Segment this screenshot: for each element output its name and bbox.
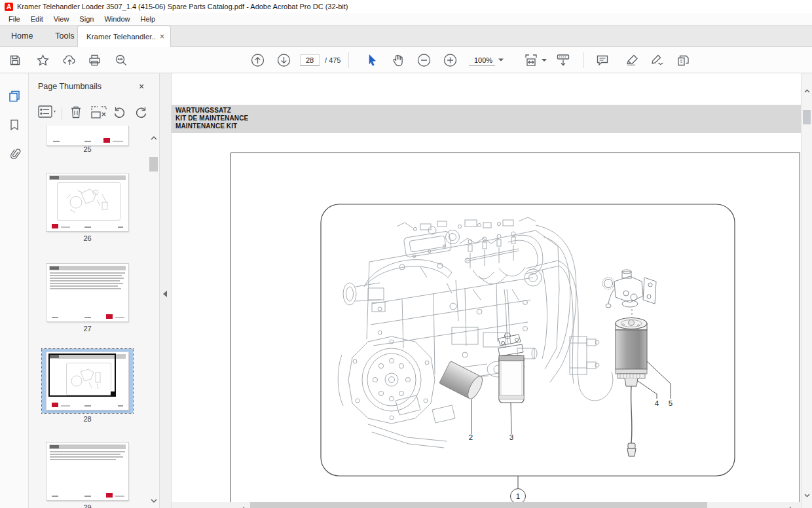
thumbnail-number: 28 <box>46 415 128 423</box>
panel-scrollbar-thumb[interactable] <box>149 157 158 172</box>
zoom-in-button[interactable] <box>443 53 457 67</box>
next-page-button[interactable] <box>277 53 291 67</box>
thumbnail-page-26[interactable] <box>46 173 128 231</box>
thumbnail-page-27[interactable] <box>46 264 128 321</box>
highlight-button[interactable] <box>625 54 640 67</box>
previous-page-button[interactable] <box>251 53 265 67</box>
print-button[interactable] <box>88 54 101 66</box>
horizontal-scrollbar[interactable] <box>172 502 801 508</box>
delete-pages-button[interactable] <box>69 105 83 122</box>
menu-view[interactable]: View <box>48 15 75 23</box>
panel-scroll-down-arrow[interactable] <box>151 494 157 505</box>
title-bar: A Kramer Telehandler Loader 3507_1.4 (41… <box>0 0 812 13</box>
page-number-input[interactable]: 28 <box>300 54 320 66</box>
part-label-3: 3 <box>509 433 513 441</box>
menu-window[interactable]: Window <box>99 15 135 23</box>
menu-bar: File Edit View Sign Window Help <box>0 13 812 25</box>
sign-button[interactable] <box>650 54 665 67</box>
panel-close-icon[interactable]: × <box>139 81 144 92</box>
tab-document-label: Kramer Telehandler... <box>86 33 157 41</box>
thumbnails-panel: Page Thumbnails × 25 <box>29 73 160 508</box>
scroll-up-arrow[interactable] <box>804 84 810 96</box>
panel-scroll-up-arrow[interactable] <box>151 131 157 143</box>
menu-edit[interactable]: Edit <box>26 15 48 23</box>
page-thumbnails-rail-icon[interactable] <box>9 90 20 105</box>
figure-number: 1 <box>516 492 520 500</box>
tab-bar: Home Tools Kramer Telehandler... × <box>0 25 812 47</box>
panel-collapse-strip[interactable] <box>160 73 172 508</box>
star-button[interactable] <box>37 54 49 66</box>
panel-title: Page Thumbnails <box>38 82 101 91</box>
select-tool-button[interactable] <box>367 54 378 66</box>
menu-help[interactable]: Help <box>136 15 161 23</box>
tab-home[interactable]: Home <box>0 26 44 46</box>
insert-pages-button[interactable] <box>90 105 107 122</box>
bookmarks-rail-icon[interactable] <box>9 119 20 134</box>
tab-document[interactable]: Kramer Telehandler... × <box>77 26 171 47</box>
scroll-right-arrow[interactable] <box>789 503 793 508</box>
menu-sign[interactable]: Sign <box>74 15 99 23</box>
rotate-clockwise-button[interactable] <box>134 105 148 122</box>
vertical-scrollbar[interactable] <box>801 73 812 508</box>
hand-tool-button[interactable] <box>392 54 405 67</box>
thumbnail-number: 25 <box>46 145 128 153</box>
page-count: / 475 <box>325 56 341 64</box>
scroll-left-arrow[interactable] <box>241 503 245 508</box>
part-label-2: 2 <box>469 433 473 441</box>
pdf-page: WARTUNGSSATZ KIT DE MAINTENANCE MAINTENA… <box>172 73 801 508</box>
navigation-rail <box>0 73 29 508</box>
save-button[interactable] <box>9 54 21 66</box>
thumbnail-list: 25 26 <box>29 126 145 508</box>
rotate-counterclockwise-button[interactable] <box>113 105 127 122</box>
document-pane: WARTUNGSSATZ KIT DE MAINTENANCE MAINTENA… <box>172 73 812 508</box>
page-scrolling-button[interactable] <box>556 53 570 67</box>
vertical-scrollbar-thumb[interactable] <box>803 110 811 124</box>
tab-close-icon[interactable]: × <box>160 32 164 41</box>
thumbnail-page-28[interactable] <box>46 352 128 410</box>
thumbnail-page-29[interactable] <box>46 443 128 500</box>
zoom-level-dropdown[interactable]: 100% <box>469 54 504 65</box>
part-label-5: 5 <box>669 399 673 407</box>
parts-diagram: 1 <box>172 73 801 508</box>
thumbnail-number: 29 <box>46 503 128 508</box>
attachments-rail-icon[interactable] <box>9 147 21 162</box>
fit-width-button[interactable] <box>524 53 547 67</box>
main-toolbar: 28 / 475 100% <box>0 47 812 73</box>
part-label-4: 4 <box>655 399 659 407</box>
comment-button[interactable] <box>596 54 609 66</box>
scroll-down-arrow[interactable] <box>804 488 810 500</box>
cloud-upload-button[interactable] <box>63 54 77 66</box>
horizontal-scrollbar-thumb[interactable] <box>250 502 707 508</box>
edit-pdf-button[interactable] <box>676 54 690 67</box>
zoom-out-button[interactable] <box>417 53 431 67</box>
collapse-panel-icon[interactable] <box>163 291 167 297</box>
menu-file[interactable]: File <box>3 15 26 23</box>
marquee-zoom-button[interactable] <box>115 54 128 67</box>
window-title: Kramer Telehandler Loader 3507_1.4 (415-… <box>17 3 348 10</box>
thumbnail-number: 27 <box>46 325 128 333</box>
thumbnail-options-button[interactable] <box>38 105 56 122</box>
thumbnail-number: 26 <box>46 234 128 242</box>
thumbnail-page-25[interactable] <box>46 126 128 145</box>
acrobat-app-icon: A <box>5 3 13 11</box>
